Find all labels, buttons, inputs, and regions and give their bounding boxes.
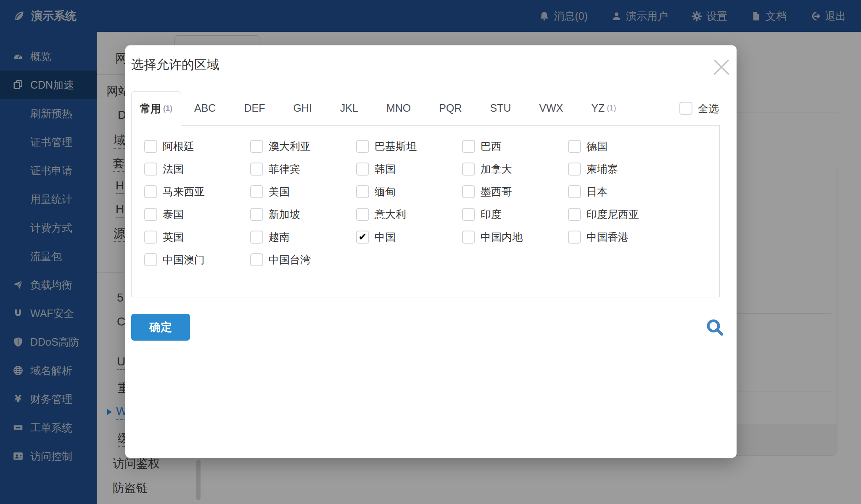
region-option[interactable]: ✔ 新加坡 [250, 207, 356, 221]
region-option[interactable]: ✔ 美国 [250, 185, 356, 199]
tab[interactable]: GHI [280, 91, 327, 125]
region-checkbox[interactable]: ✔ [250, 231, 263, 244]
region-option[interactable]: ✔ 柬埔寨 [568, 162, 674, 176]
region-checkbox[interactable]: ✔ [462, 185, 475, 198]
tab-label: PQR [439, 102, 462, 114]
tab[interactable]: JKL [327, 91, 373, 125]
region-checkbox[interactable]: ✔ [356, 185, 369, 198]
region-label: 德国 [586, 139, 607, 153]
region-checkbox[interactable]: ✔ [356, 163, 369, 176]
region-option[interactable]: ✔ 巴基斯坦 [356, 139, 462, 153]
tab-label: JKL [340, 102, 358, 114]
confirm-button[interactable]: 确定 [131, 314, 190, 341]
region-checkbox[interactable]: ✔ [144, 208, 157, 221]
region-label: 中国内地 [481, 230, 523, 244]
tab[interactable]: DEF [231, 91, 280, 125]
tab-bar: 全选 常用 (1) ABC DEF GHI JKL MNO PQR [131, 91, 720, 126]
region-option[interactable]: ✔ 墨西哥 [462, 185, 568, 199]
region-checkbox[interactable]: ✔ [250, 163, 263, 176]
region-option[interactable]: ✔ 巴西 [462, 139, 568, 153]
tab[interactable]: YZ (1) [578, 91, 629, 125]
region-checkbox[interactable]: ✔ [144, 140, 157, 153]
region-panel: ✔ 阿根廷 ✔ 澳大利亚 ✔ 巴基斯坦 ✔ [131, 126, 720, 297]
region-option[interactable]: ✔ 越南 [250, 230, 356, 244]
region-option[interactable]: ✔ 泰国 [144, 207, 250, 221]
region-checkbox[interactable]: ✔ [356, 208, 369, 221]
region-option[interactable]: ✔ 菲律宾 [250, 162, 356, 176]
region-option[interactable]: ✔ 中国香港 [568, 230, 674, 244]
region-checkbox[interactable]: ✔ [356, 140, 369, 153]
region-label: 法国 [163, 162, 184, 176]
tab[interactable]: ABC [181, 91, 231, 125]
tab-label: VWX [539, 102, 563, 114]
tab[interactable]: STU [477, 91, 526, 125]
region-option[interactable]: ✔ 中国 [356, 230, 462, 244]
region-option[interactable]: ✔ 中国台湾 [250, 253, 356, 267]
region-label: 中国澳门 [163, 253, 205, 267]
region-option[interactable]: ✔ 德国 [568, 139, 674, 153]
region-label: 菲律宾 [269, 162, 300, 176]
region-checkbox[interactable]: ✔ [568, 163, 581, 176]
region-checkbox[interactable]: ✔ [144, 185, 157, 198]
region-label: 马来西亚 [163, 185, 205, 199]
region-checkbox[interactable]: ✔ [462, 208, 475, 221]
region-checkbox[interactable]: ✔ [144, 231, 157, 244]
region-option[interactable]: ✔ 中国澳门 [144, 253, 250, 267]
region-label: 美国 [269, 185, 290, 199]
tab-label: MNO [386, 102, 411, 114]
region-option[interactable]: ✔ 英国 [144, 230, 250, 244]
tab[interactable]: MNO [373, 91, 426, 125]
region-label: 缅甸 [375, 185, 396, 199]
region-checkbox[interactable]: ✔ [144, 163, 157, 176]
region-label: 英国 [163, 230, 184, 244]
region-option[interactable]: ✔ 缅甸 [356, 185, 462, 199]
region-checkbox[interactable]: ✔ [250, 185, 263, 198]
tab-label: YZ [591, 102, 605, 114]
select-all-label: 全选 [698, 101, 719, 115]
region-option[interactable]: ✔ 阿根廷 [144, 139, 250, 153]
region-label: 墨西哥 [481, 185, 512, 199]
region-option[interactable]: ✔ 加拿大 [462, 162, 568, 176]
region-label: 巴基斯坦 [375, 139, 417, 153]
tab-label: ABC [194, 102, 216, 114]
select-all[interactable]: 全选 [679, 101, 719, 115]
region-label: 意大利 [375, 207, 406, 221]
region-option[interactable]: ✔ 韩国 [356, 162, 462, 176]
region-select-modal: 选择允许的区域 全选 常用 (1) ABC DEF GHI JKL [125, 45, 737, 458]
tab[interactable]: 常用 (1) [131, 91, 181, 126]
region-grid: ✔ 阿根廷 ✔ 澳大利亚 ✔ 巴基斯坦 ✔ [132, 126, 719, 271]
region-checkbox[interactable]: ✔ [568, 231, 581, 244]
tab[interactable]: VWX [526, 91, 578, 125]
region-checkbox[interactable]: ✔ [568, 140, 581, 153]
tab-label: GHI [293, 102, 312, 114]
region-option[interactable]: ✔ 法国 [144, 162, 250, 176]
region-checkbox[interactable]: ✔ [462, 163, 475, 176]
region-option[interactable]: ✔ 印度尼西亚 [568, 207, 674, 221]
region-label: 澳大利亚 [269, 139, 311, 153]
region-label: 柬埔寨 [586, 162, 618, 176]
region-checkbox[interactable]: ✔ [356, 231, 369, 244]
tab-count: (1) [163, 104, 172, 113]
region-option[interactable]: ✔ 马来西亚 [144, 185, 250, 199]
region-checkbox[interactable]: ✔ [250, 140, 263, 153]
close-button[interactable] [710, 56, 732, 78]
tab-label: 常用 [140, 102, 161, 116]
search-button[interactable] [705, 317, 725, 337]
region-checkbox[interactable]: ✔ [144, 253, 157, 266]
region-option[interactable]: ✔ 中国内地 [462, 230, 568, 244]
region-option[interactable]: ✔ 澳大利亚 [250, 139, 356, 153]
region-label: 韩国 [375, 162, 396, 176]
region-checkbox[interactable]: ✔ [462, 231, 475, 244]
region-checkbox[interactable]: ✔ [250, 208, 263, 221]
tab[interactable]: PQR [426, 91, 477, 125]
region-checkbox[interactable]: ✔ [568, 208, 581, 221]
region-checkbox[interactable]: ✔ [462, 140, 475, 153]
region-option[interactable]: ✔ 日本 [568, 185, 674, 199]
region-checkbox[interactable]: ✔ [568, 185, 581, 198]
region-checkbox[interactable]: ✔ [250, 253, 263, 266]
check-icon: ✔ [358, 232, 367, 242]
select-all-checkbox[interactable] [679, 102, 692, 115]
region-option[interactable]: ✔ 印度 [462, 207, 568, 221]
region-option[interactable]: ✔ 意大利 [356, 207, 462, 221]
region-label: 中国 [375, 230, 396, 244]
